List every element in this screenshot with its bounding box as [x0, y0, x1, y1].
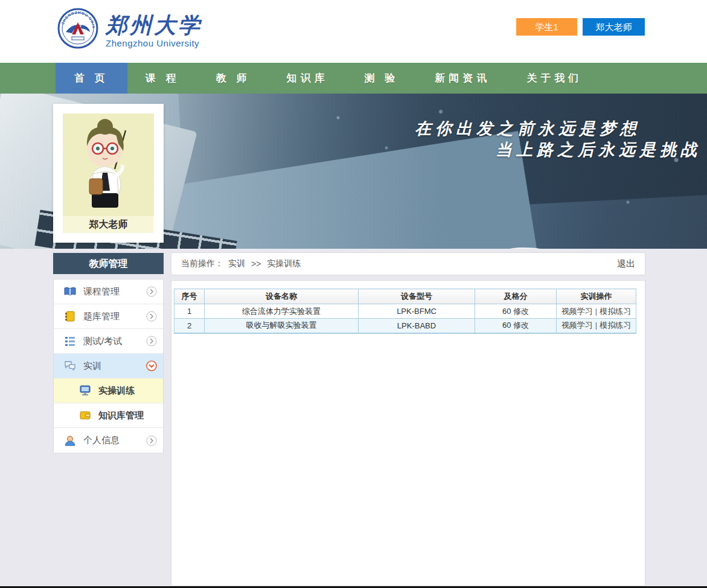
teacher-avatar: [63, 113, 154, 216]
logout-button[interactable]: 退出: [617, 258, 635, 270]
nav-item-teachers[interactable]: 教 师: [198, 63, 269, 94]
book-icon: [64, 286, 76, 297]
simulation-practice-link[interactable]: 模拟练习: [600, 321, 631, 330]
cell-device-name: 综合流体力学实验装置: [205, 304, 359, 319]
nav-item-courses[interactable]: 课 程: [127, 63, 198, 94]
breadcrumb-prefix: 当前操作：: [181, 258, 223, 269]
score-value: 60: [502, 321, 511, 330]
sidebar-item-label: 实操训练: [98, 385, 157, 397]
cell-device-name: 吸收与解吸实验装置: [205, 319, 359, 333]
teacher-role-button[interactable]: 郑大老师: [583, 18, 645, 36]
chevron-right-icon: [146, 435, 157, 446]
sidebar-item-label: 知识库管理: [98, 410, 157, 421]
main-nav: 首 页 课 程 教 师 知识库 测 验 新闻资讯 关于我们: [0, 63, 707, 94]
cell-pass-score: 60 修改: [475, 304, 557, 319]
breadcrumb-page[interactable]: 实操训练: [267, 258, 301, 269]
teacher-name: 郑大老师: [63, 216, 154, 233]
page-header: ZHENGZHOU UNIVERSITY 郑州大学 Zhengzhou Univ…: [0, 0, 707, 63]
score-value: 60: [502, 307, 511, 316]
video-study-link[interactable]: 视频学习: [561, 321, 593, 330]
video-study-link[interactable]: 视频学习: [561, 307, 593, 316]
col-header-pass-score: 及格分: [475, 289, 557, 304]
sidebar-item-knowledge-base-management[interactable]: 知识库管理: [54, 403, 163, 428]
breadcrumb-section[interactable]: 实训: [228, 258, 245, 269]
banner-slogan-line2: 当上路之后永远是挑战: [496, 139, 701, 161]
sidebar-item-label: 个人信息: [83, 435, 146, 446]
sidebar-item-label: 课程管理: [83, 286, 146, 298]
chat-icon: [64, 360, 76, 371]
chevron-right-icon: [146, 311, 157, 322]
cell-index: 1: [174, 304, 205, 319]
user-icon: [64, 435, 76, 446]
operation-separator: |: [595, 321, 597, 330]
cell-index: 2: [174, 319, 205, 333]
teacher-profile-card: 郑大老师: [53, 104, 164, 243]
nav-spacer: [0, 63, 56, 94]
cell-device-model: LPK-BFMC: [359, 304, 475, 319]
breadcrumb-separator: >>: [251, 259, 261, 269]
sidebar-item-hands-on-training[interactable]: 实操训练: [54, 379, 163, 403]
student-role-button[interactable]: 学生1: [516, 18, 577, 36]
sidebar-item-personal-info[interactable]: 个人信息: [54, 428, 163, 453]
sidebar-item-label: 实训: [83, 360, 146, 372]
edit-score-link[interactable]: 修改: [513, 321, 529, 330]
sidebar-item-tests-exams[interactable]: 测试/考试: [54, 329, 163, 354]
monitor-icon: [79, 385, 91, 396]
sidebar-item-question-bank[interactable]: 题库管理: [54, 304, 163, 329]
sidebar-item-label: 题库管理: [83, 311, 146, 322]
cell-device-model: LPK-BABD: [359, 319, 475, 333]
banner-slogan-line1: 在你出发之前永远是梦想: [415, 118, 641, 139]
university-logo: ZHENGZHOU UNIVERSITY 郑州大学 Zhengzhou Univ…: [57, 8, 202, 49]
col-header-device-model: 设备型号: [359, 289, 475, 304]
cell-operations: 视频学习|模拟练习: [557, 319, 636, 333]
table-row: 2 吸收与解吸实验装置 LPK-BABD 60 修改 视频学习|模拟练习: [174, 319, 636, 333]
simulation-practice-link[interactable]: 模拟练习: [600, 307, 631, 316]
nav-item-knowledge[interactable]: 知识库: [268, 63, 346, 94]
nav-item-about[interactable]: 关于我们: [508, 63, 600, 94]
sidebar-title: 教师管理: [53, 253, 164, 274]
chevron-down-icon: [146, 360, 157, 371]
devices-table: 序号 设备名称 设备型号 及格分 实训操作 1 综合流体力学实验装置 LPK-B…: [174, 289, 636, 334]
chevron-right-icon: [146, 336, 157, 347]
university-name-en: Zhengzhou University: [106, 38, 202, 48]
col-header-index: 序号: [174, 289, 205, 304]
table-header-row: 序号 设备名称 设备型号 及格分 实训操作: [174, 289, 636, 304]
breadcrumb: 当前操作： 实训 >> 实操训练 退出: [171, 252, 645, 275]
operation-separator: |: [595, 307, 597, 316]
nav-item-home[interactable]: 首 页: [56, 63, 127, 94]
sidebar-item-course-management[interactable]: 课程管理: [54, 280, 163, 304]
university-name-cn: 郑州大学: [106, 13, 202, 37]
list-icon: [64, 336, 76, 347]
edit-score-link[interactable]: 修改: [513, 307, 529, 316]
notebook-icon: [64, 311, 76, 322]
col-header-device-name: 设备名称: [205, 289, 359, 304]
chevron-right-icon: [146, 286, 157, 297]
nav-item-news[interactable]: 新闻资讯: [417, 63, 508, 94]
cell-operations: 视频学习|模拟练习: [557, 304, 636, 319]
table-row: 1 综合流体力学实验装置 LPK-BFMC 60 修改 视频学习|模拟练习: [174, 304, 636, 319]
university-seal-icon: ZHENGZHOU UNIVERSITY: [57, 8, 98, 49]
nav-item-tests[interactable]: 测 验: [346, 63, 417, 94]
sidebar-menu: 课程管理 题库管理 测试/考试 实训: [53, 279, 164, 453]
wallet-icon: [79, 410, 91, 421]
sidebar-item-label: 测试/考试: [83, 336, 146, 347]
sidebar-item-practical-training[interactable]: 实训: [54, 354, 163, 379]
cell-pass-score: 60 修改: [475, 319, 557, 333]
content-panel: 序号 设备名称 设备型号 及格分 实训操作 1 综合流体力学实验装置 LPK-B…: [171, 280, 645, 586]
col-header-operations: 实训操作: [557, 289, 636, 304]
